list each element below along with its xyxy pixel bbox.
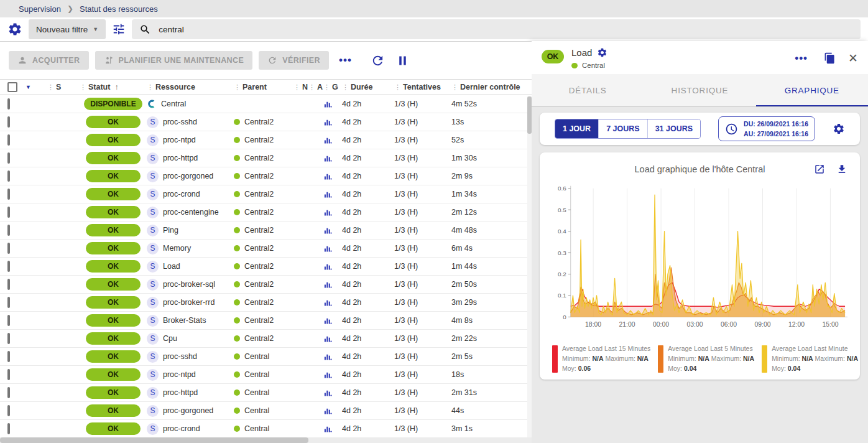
- parent-name[interactable]: Central2: [244, 118, 274, 126]
- resource-name[interactable]: Load: [163, 262, 180, 271]
- table-row[interactable]: OKSproc-broker-rrdCentral24d 2h1/3 (H)3m…: [0, 294, 532, 312]
- graph-chart-icon[interactable]: [323, 208, 342, 217]
- parent-name[interactable]: Central2: [244, 298, 274, 307]
- drag-handle-icon[interactable]: ⋮: [80, 83, 86, 91]
- open-in-new-icon[interactable]: [814, 164, 825, 175]
- legend-item[interactable]: Average Load Last 15 MinutesMinimum: N/A…: [552, 344, 650, 373]
- resource-name[interactable]: proc-broker-rrd: [163, 298, 215, 307]
- table-row[interactable]: OKSproc-gorgonedCentral4d 2h1/3 (H)44s: [0, 402, 532, 420]
- graph-chart-icon[interactable]: [323, 298, 342, 307]
- filter-select-button[interactable]: Nouveau filtre ▼: [29, 19, 106, 39]
- parent-name[interactable]: Central: [244, 352, 269, 361]
- table-row[interactable]: OKSLoadCentral24d 2h1/3 (H)1m 44s: [0, 258, 532, 276]
- row-checkbox[interactable]: [7, 369, 10, 380]
- drag-handle-icon[interactable]: ⋮: [308, 83, 315, 91]
- select-menu-caret-icon[interactable]: ▼: [25, 84, 31, 90]
- table-row[interactable]: OKSproc-sshdCentral24d 2h1/3 (H)13s: [0, 113, 532, 131]
- drag-handle-icon[interactable]: ⋮: [451, 83, 458, 91]
- resource-name[interactable]: proc-ntpd: [163, 136, 196, 144]
- row-checkbox[interactable]: [7, 261, 10, 272]
- table-row[interactable]: OKSproc-httpdCentral24d 2h1/3 (H)1m 30s: [0, 149, 532, 167]
- resource-name[interactable]: proc-sshd: [163, 118, 197, 126]
- column-header-n[interactable]: ⋮N: [293, 83, 308, 91]
- row-checkbox[interactable]: [7, 405, 10, 416]
- parent-name[interactable]: Central: [244, 406, 269, 415]
- resource-name[interactable]: proc-gorgoned: [163, 172, 213, 180]
- table-row[interactable]: OKSproc-sshdCentral4d 2h1/3 (H)2m 5s: [0, 348, 532, 366]
- parent-name[interactable]: Central2: [244, 136, 274, 144]
- graph-chart-icon[interactable]: [323, 118, 342, 127]
- graph-chart-icon[interactable]: [323, 226, 342, 235]
- graph-chart-icon[interactable]: [323, 154, 342, 163]
- parent-name[interactable]: Central2: [244, 154, 274, 162]
- resource-name[interactable]: proc-crond: [163, 424, 200, 433]
- pause-icon[interactable]: [396, 54, 409, 67]
- acknowledge-button[interactable]: ACQUITTER: [9, 51, 89, 70]
- parent-name[interactable]: Central2: [244, 226, 274, 235]
- column-header-dur-e[interactable]: ⋮Durée: [342, 83, 394, 91]
- tune-filters-icon[interactable]: [112, 22, 126, 36]
- table-row[interactable]: OKSproc-ntpdCentral24d 2h1/3 (H)52s: [0, 131, 532, 149]
- parent-name[interactable]: Central2: [244, 334, 274, 343]
- row-checkbox[interactable]: [7, 207, 10, 218]
- legend-item[interactable]: Average Load Last 5 MinutesMinimum: N/A …: [658, 344, 754, 373]
- resource-name[interactable]: proc-httpd: [163, 388, 198, 397]
- drag-handle-icon[interactable]: ⋮: [342, 83, 349, 91]
- table-row[interactable]: OKSproc-crondCentral4d 2h1/3 (H)3m 1s: [0, 420, 532, 438]
- row-checkbox[interactable]: [7, 315, 10, 326]
- row-checkbox[interactable]: [7, 116, 10, 128]
- filters-gear-icon[interactable]: [7, 22, 22, 37]
- column-header-a[interactable]: ⋮A: [308, 83, 323, 91]
- table-row[interactable]: DISPONIBLECentral4d 2h1/3 (H)4m 52s: [0, 95, 532, 113]
- graph-chart-icon[interactable]: [323, 262, 342, 271]
- row-checkbox[interactable]: [7, 134, 10, 146]
- panel-settings-gear-icon[interactable]: [597, 47, 607, 58]
- drag-handle-icon[interactable]: ⋮: [147, 83, 154, 91]
- tab-graphique[interactable]: GRAPHIQUE: [756, 74, 868, 106]
- vertical-scrollbar[interactable]: [527, 96, 532, 440]
- graph-chart-icon[interactable]: [323, 244, 342, 253]
- drag-handle-icon[interactable]: ⋮: [293, 83, 300, 91]
- time-range-7days-button[interactable]: 7 JOURS: [598, 119, 647, 138]
- refresh-icon[interactable]: [371, 54, 385, 68]
- parent-name[interactable]: Central2: [244, 244, 274, 253]
- table-row[interactable]: OKSBroker-StatsCentral24d 2h1/3 (H)4m 8s: [0, 312, 532, 330]
- download-icon[interactable]: [836, 164, 847, 175]
- parent-name[interactable]: Central: [244, 388, 269, 397]
- column-header-dernier-contr-le[interactable]: ⋮Dernier contrôle: [451, 83, 532, 91]
- graph-chart-icon[interactable]: [323, 190, 342, 199]
- tab-details[interactable]: DÉTAILS: [532, 74, 644, 106]
- resource-name[interactable]: proc-httpd: [163, 154, 198, 162]
- parent-name[interactable]: Central2: [244, 262, 274, 271]
- plan-maintenance-button[interactable]: PLANIFIER UNE MAINTENANCE: [95, 51, 253, 70]
- graph-chart-icon[interactable]: [323, 136, 342, 145]
- graph-chart-icon[interactable]: [323, 316, 342, 325]
- legend-item[interactable]: Average Load Last MinuteMinimum: N/A Max…: [762, 344, 858, 373]
- drag-handle-icon[interactable]: ⋮: [234, 83, 241, 91]
- resource-name[interactable]: proc-broker-sql: [163, 280, 215, 289]
- resource-name[interactable]: Central: [161, 100, 186, 108]
- graph-chart-icon[interactable]: [323, 100, 342, 109]
- table-row[interactable]: OKSproc-ntpdCentral4d 2h1/3 (H)18s: [0, 366, 532, 384]
- table-row[interactable]: OKSCpuCentral24d 2h1/3 (H)2m 22s: [0, 330, 532, 348]
- table-row[interactable]: OKSproc-httpdCentral4d 2h1/3 (H)2m 31s: [0, 384, 532, 402]
- resource-name[interactable]: Ping: [163, 226, 178, 235]
- graph-chart-icon[interactable]: [323, 280, 342, 289]
- copy-link-icon[interactable]: [824, 52, 836, 64]
- resource-name[interactable]: proc-sshd: [163, 352, 197, 361]
- column-header-s[interactable]: ⋮S: [47, 83, 80, 91]
- table-row[interactable]: OKSPingCentral24d 2h1/3 (H)4m 48s: [0, 222, 532, 240]
- row-checkbox[interactable]: [7, 225, 10, 236]
- row-checkbox[interactable]: [7, 297, 10, 308]
- check-button[interactable]: VÉRIFIER: [259, 51, 329, 70]
- parent-name[interactable]: Central: [244, 370, 269, 379]
- graph-chart-icon[interactable]: [323, 406, 342, 416]
- resource-name[interactable]: proc-centengine: [163, 208, 219, 217]
- column-header-tentatives[interactable]: ⋮Tentatives: [394, 83, 451, 91]
- graph-chart-icon[interactable]: [323, 388, 342, 398]
- search-input[interactable]: [159, 25, 853, 34]
- parent-name[interactable]: Central2: [244, 316, 274, 325]
- panel-more-button[interactable]: •••: [791, 52, 811, 65]
- row-checkbox[interactable]: [7, 387, 10, 398]
- tab-historique[interactable]: HISTORIQUE: [644, 74, 755, 106]
